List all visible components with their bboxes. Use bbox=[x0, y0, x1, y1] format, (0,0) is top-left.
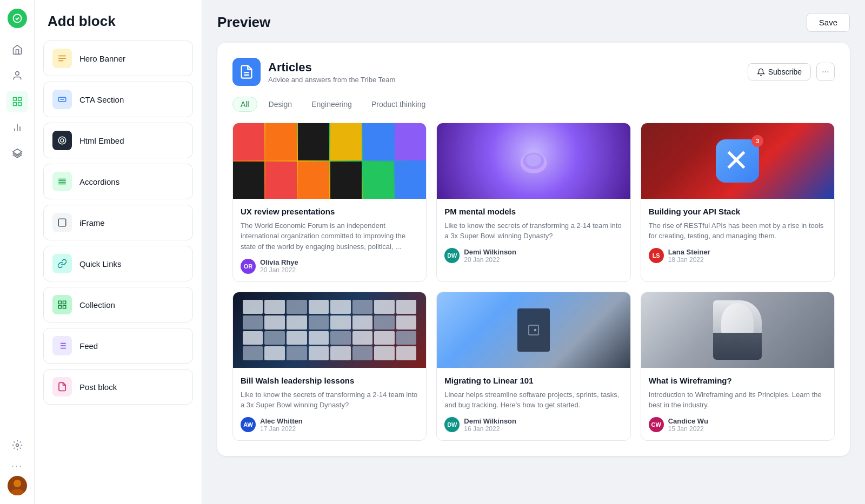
door-svg bbox=[527, 324, 540, 337]
nav-settings[interactable] bbox=[6, 434, 28, 456]
user-avatar[interactable] bbox=[8, 476, 27, 495]
feed-label: Feed bbox=[79, 341, 98, 351]
svg-rect-27 bbox=[63, 301, 66, 304]
article-author-pm-mental: DW Demi Wilkinson 20 Jan 2022 bbox=[444, 248, 622, 264]
svg-point-19 bbox=[58, 137, 66, 144]
article-card-pm-mental[interactable]: PM mental models Like to know the secret… bbox=[436, 123, 630, 282]
post-block-icon bbox=[52, 377, 72, 397]
articles-header: Articles Advice and answers from the Tri… bbox=[232, 58, 835, 86]
block-item-cta-section[interactable]: CTA Section bbox=[43, 82, 193, 117]
preview-title: Preview bbox=[217, 14, 270, 31]
article-desc-ux-review: The World Economic Forum is an independe… bbox=[241, 220, 418, 252]
articles-tagline: Advice and answers from the Tribe Team bbox=[268, 76, 395, 84]
article-desc-linear-101: Linear helps streamline software project… bbox=[444, 389, 622, 411]
articles-title: Articles bbox=[268, 61, 395, 75]
svg-rect-29 bbox=[63, 306, 66, 308]
save-button[interactable]: Save bbox=[807, 13, 850, 32]
svg-point-1 bbox=[15, 72, 19, 76]
author-info-wireframing: Candice Wu 15 Jan 2022 bbox=[668, 417, 708, 433]
article-author-bill-walsh: AW Alec Whitten 17 Jan 2022 bbox=[241, 417, 418, 433]
article-card-api-stack[interactable]: 3 Building your API Stack The rise of RE… bbox=[641, 123, 835, 282]
article-body-pm-mental: PM mental models Like to know the secret… bbox=[437, 199, 630, 271]
nav-chart[interactable] bbox=[6, 117, 28, 138]
author-avatar-pm-mental: DW bbox=[444, 248, 460, 263]
svg-rect-5 bbox=[18, 103, 21, 106]
cta-section-label: CTA Section bbox=[79, 95, 124, 104]
article-image-api-stack: 3 bbox=[641, 123, 834, 199]
article-card-linear-101[interactable]: Migrating to Linear 101 Linear helps str… bbox=[436, 292, 630, 441]
block-item-feed[interactable]: Feed bbox=[43, 328, 193, 364]
author-info-bill-walsh: Alec Whitten 17 Jan 2022 bbox=[260, 417, 303, 433]
toggle-button[interactable] bbox=[8, 9, 27, 28]
article-author-api-stack: LS Lana Steiner 18 Jan 2022 bbox=[649, 248, 827, 264]
main-header: Preview Save bbox=[217, 13, 850, 32]
subscribe-button[interactable]: Subscribe bbox=[748, 63, 811, 80]
accordions-icon bbox=[52, 172, 72, 191]
svg-point-20 bbox=[61, 139, 64, 142]
block-item-hero-banner[interactable]: Hero Banner bbox=[43, 41, 193, 76]
svg-point-0 bbox=[13, 15, 21, 23]
article-title-bill-walsh: Bill Walsh leadership lessons bbox=[241, 375, 418, 386]
author-info-ux-review: Olivia Rhye 20 Jan 2022 bbox=[260, 258, 298, 274]
article-title-linear-101: Migrating to Linear 101 bbox=[444, 375, 622, 386]
articles-brand: Articles Advice and answers from the Tri… bbox=[232, 58, 395, 86]
author-avatar-linear-101: DW bbox=[444, 417, 460, 432]
nav-more[interactable]: ··· bbox=[11, 460, 23, 472]
block-item-accordions[interactable]: Accordions bbox=[43, 164, 193, 199]
block-item-iframe[interactable]: iFrame bbox=[43, 205, 193, 240]
hero-banner-icon bbox=[52, 49, 72, 68]
nav-layout[interactable] bbox=[6, 91, 28, 112]
tab-design[interactable]: Design bbox=[261, 97, 301, 112]
article-body-wireframing: What is Wireframing? Introduction to Wir… bbox=[641, 368, 834, 440]
preview-panel: Articles Advice and answers from the Tri… bbox=[217, 43, 850, 456]
article-card-bill-walsh[interactable]: Bill Walsh leadership lessons Like to kn… bbox=[232, 292, 427, 441]
collection-icon bbox=[52, 295, 72, 314]
tab-product[interactable]: Product thinking bbox=[363, 97, 434, 112]
nav-home[interactable] bbox=[6, 39, 28, 61]
article-image-wireframing bbox=[641, 292, 834, 368]
nav-layers[interactable] bbox=[6, 143, 28, 164]
article-desc-bill-walsh: Like to know the secrets of transforming… bbox=[241, 389, 418, 411]
sidebar: Add block Hero Banner CTA Section H bbox=[35, 0, 202, 504]
article-author-ux-review: OR Olivia Rhye 20 Jan 2022 bbox=[241, 258, 418, 274]
article-card-wireframing[interactable]: What is Wireframing? Introduction to Wir… bbox=[641, 292, 835, 441]
collection-label: Collection bbox=[79, 300, 115, 310]
tab-all[interactable]: All bbox=[232, 97, 257, 112]
main-content: Preview Save Articles Advice and answers… bbox=[202, 0, 865, 504]
iframe-icon bbox=[52, 213, 72, 232]
svg-point-42 bbox=[534, 330, 536, 331]
author-avatar-bill-walsh: AW bbox=[241, 417, 256, 432]
accordions-label: Accordions bbox=[79, 177, 119, 186]
quick-links-label: Quick Links bbox=[79, 259, 122, 268]
article-body-ux-review: UX review presentations The World Econom… bbox=[233, 199, 426, 281]
author-info-api-stack: Lana Steiner 18 Jan 2022 bbox=[668, 248, 710, 264]
article-title-wireframing: What is Wireframing? bbox=[649, 375, 827, 386]
block-item-collection[interactable]: Collection bbox=[43, 287, 193, 322]
author-avatar-ux-review: OR bbox=[241, 259, 256, 274]
articles-actions: Subscribe ··· bbox=[748, 63, 835, 81]
tab-engineering[interactable]: Engineering bbox=[303, 97, 360, 112]
bell-icon bbox=[757, 68, 765, 76]
nav-users[interactable] bbox=[6, 65, 28, 86]
cta-section-icon bbox=[52, 90, 72, 109]
article-card-ux-review[interactable]: UX review presentations The World Econom… bbox=[232, 123, 427, 282]
article-title-ux-review: UX review presentations bbox=[241, 206, 418, 217]
svg-rect-2 bbox=[13, 98, 16, 101]
quick-links-icon bbox=[52, 254, 72, 273]
article-title-pm-mental: PM mental models bbox=[444, 206, 622, 217]
block-item-html-embed[interactable]: Html Embed bbox=[43, 123, 193, 158]
svg-point-12 bbox=[14, 480, 21, 487]
article-image-ux-review bbox=[233, 123, 426, 199]
tabs: All Design Engineering Product thinking bbox=[232, 97, 835, 112]
svg-point-10 bbox=[16, 444, 18, 447]
article-image-bill-walsh bbox=[233, 292, 426, 368]
block-item-post-block[interactable]: Post block bbox=[43, 369, 193, 405]
appstore-svg bbox=[724, 147, 751, 174]
html-embed-icon bbox=[52, 131, 72, 150]
author-info-linear-101: Demi Wilkinson 16 Jan 2022 bbox=[464, 417, 516, 433]
articles-grid: UX review presentations The World Econom… bbox=[232, 123, 835, 441]
article-title-api-stack: Building your API Stack bbox=[649, 206, 827, 217]
block-item-quick-links[interactable]: Quick Links bbox=[43, 246, 193, 281]
article-body-api-stack: Building your API Stack The rise of REST… bbox=[641, 199, 834, 271]
more-button[interactable]: ··· bbox=[816, 63, 835, 81]
